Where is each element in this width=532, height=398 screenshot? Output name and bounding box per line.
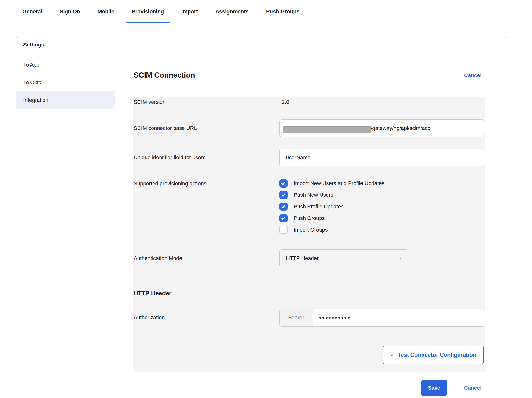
tab-sign-on[interactable]: Sign On — [54, 0, 86, 23]
action-import-users-row: Import New Users and Profile Updates — [279, 179, 485, 188]
http-header-heading: HTTP Header — [133, 290, 485, 297]
screen: General Sign On Mobile Provisioning Impo… — [0, 0, 532, 398]
save-button[interactable]: Save — [421, 380, 447, 396]
sidebar-header: Settings — [16, 36, 115, 48]
unique-id-input[interactable]: userName — [279, 149, 485, 166]
action-push-new-users-row: Push New Users — [279, 191, 485, 199]
bearer-prefix: Bearer — [280, 309, 313, 326]
scim-connection-form: SCIM version 2.0 SCIM connector base URL… — [133, 97, 485, 372]
redacted-url-prefix: https://b5bd-125-19-67-148.ngrok.io — [286, 125, 371, 132]
auth-mode-select[interactable]: HTTP Header ▼ — [279, 249, 408, 267]
import-users-checkbox[interactable] — [279, 179, 288, 188]
cancel-link-bottom[interactable]: Cancel — [464, 385, 481, 391]
check-icon: ✓ — [390, 352, 394, 358]
page-title: SCIM Connection — [134, 71, 195, 80]
sidebar-item-to-app[interactable]: To App — [16, 56, 115, 74]
provisioning-actions-list: Import New Users and Profile Updates Pus… — [279, 179, 485, 234]
test-connector-button[interactable]: ✓ Test Connector Configuration — [383, 346, 484, 364]
app-tabbar: General Sign On Mobile Provisioning Impo… — [16, 0, 507, 23]
push-groups-checkbox[interactable] — [279, 214, 288, 222]
push-profile-updates-checkbox[interactable] — [279, 203, 288, 211]
bearer-token-input[interactable]: •••••••••• — [313, 309, 485, 326]
scim-version-value: 2.0 — [279, 99, 289, 105]
scim-version-label: SCIM version — [134, 99, 279, 105]
import-groups-label[interactable]: Import Groups — [294, 227, 328, 233]
unique-id-row: Unique identifier field for users userNa… — [133, 149, 485, 166]
base-url-label: SCIM connector base URL — [134, 125, 279, 131]
provisioning-actions-row: Supported provisioning actions Import Ne… — [133, 179, 485, 234]
tab-import[interactable]: Import — [175, 0, 204, 23]
section-divider — [133, 276, 485, 276]
base-url-row: SCIM connector base URL https://b5bd-125… — [133, 119, 485, 137]
base-url-input[interactable]: https://b5bd-125-19-67-148.ngrok.io /gat… — [279, 119, 485, 137]
settings-sidebar: Settings To App To Okta Integration — [16, 36, 115, 398]
push-new-users-checkbox[interactable] — [279, 191, 288, 199]
push-profile-updates-label[interactable]: Push Profile Updates — [294, 203, 344, 210]
push-groups-label[interactable]: Push Groups — [294, 215, 325, 221]
import-groups-checkbox[interactable] — [279, 226, 288, 234]
tab-provisioning[interactable]: Provisioning — [126, 0, 170, 23]
cancel-link-top[interactable]: Cancel — [464, 72, 481, 79]
tab-general[interactable]: General — [17, 0, 48, 23]
sidebar-list: To App To Okta Integration — [16, 56, 115, 109]
authorization-input-group: Bearer •••••••••• — [279, 309, 485, 327]
import-users-label[interactable]: Import New Users and Profile Updates — [294, 180, 384, 187]
tab-push-groups[interactable]: Push Groups — [260, 0, 305, 23]
sidebar-item-to-okta[interactable]: To Okta — [16, 74, 115, 91]
action-import-groups-row: Import Groups — [279, 226, 485, 234]
tab-assignments[interactable]: Assignments — [210, 0, 255, 23]
checkmark-icon — [281, 204, 285, 208]
tab-mobile[interactable]: Mobile — [92, 0, 120, 23]
redaction-bar — [283, 126, 371, 133]
sidebar-item-integration[interactable]: Integration — [16, 91, 115, 109]
checkmark-icon — [281, 216, 285, 220]
checkmark-icon — [281, 181, 285, 185]
authorization-row: Authorization Bearer •••••••••• — [133, 309, 485, 327]
action-push-groups-row: Push Groups — [279, 214, 485, 222]
auth-mode-label: Authentication Mode — [134, 255, 279, 262]
auth-mode-selected-value: HTTP Header — [286, 255, 319, 262]
caret-down-icon: ▼ — [399, 256, 402, 260]
provisioning-actions-label: Supported provisioning actions — [134, 179, 279, 187]
auth-mode-row: Authentication Mode HTTP Header ▼ — [133, 249, 485, 267]
url-visible-suffix: /gateway/ng/api/scim/acc — [371, 125, 430, 131]
checkmark-icon — [281, 192, 285, 197]
form-footer: Save Cancel — [421, 380, 481, 396]
scim-version-row: SCIM version 2.0 — [133, 97, 485, 105]
push-new-users-label[interactable]: Push New Users — [294, 192, 333, 198]
test-connector-row: ✓ Test Connector Configuration — [133, 346, 485, 364]
action-push-profile-updates-row: Push Profile Updates — [279, 203, 485, 211]
unique-id-label: Unique identifier field for users — [134, 154, 279, 161]
authorization-label: Authorization — [134, 315, 279, 321]
provisioning-panel: Settings To App To Okta Integration SCIM… — [16, 36, 507, 398]
